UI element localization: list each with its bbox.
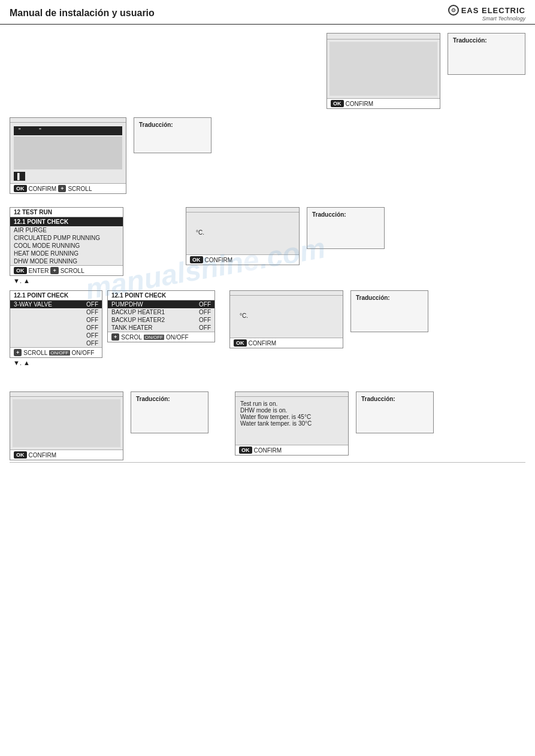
traduccion-box-1: Traducción:	[448, 33, 525, 75]
plus-badge-4: +	[14, 349, 22, 356]
menu-item-cool-mode: COOL MODE RUNNING	[10, 242, 123, 250]
menu-item-heat-mode: HEAT MODE RUNNING	[10, 250, 123, 257]
on-off-badge-left: ON/OFF	[49, 350, 69, 356]
screen-top-right: OK CONFIRM	[327, 33, 440, 109]
screen-top-right-confirm-label: CONFIRM	[346, 101, 374, 107]
screen-point-check-left: 12.1 POINT CHECK 3-WAY VALVE OFF OFF OFF…	[10, 290, 102, 358]
logo-sub: Smart Technology	[482, 16, 525, 22]
screen-confirm-scroll: " " ▌ OK CONFIRM + SCROLL	[10, 117, 126, 194]
logo-area: ⊙ EAS ELECTRIC Smart Technology	[448, 5, 525, 22]
menu-test-run: 12 TEST RUN 12.1 POINT CHECK AIR PURGE C…	[10, 207, 123, 276]
test-run-line-3: Water flow temper. is 45°C	[240, 414, 343, 420]
point-check-section: 12.1 POINT CHECK 3-WAY VALVE OFF OFF OFF…	[10, 290, 525, 366]
ok-badge-6: OK	[14, 451, 27, 459]
traduccion-label-3: Traducción:	[312, 211, 379, 218]
plus-badge-2: +	[58, 185, 66, 192]
point-check-row-4: OFF	[10, 332, 102, 339]
traduccion-box-4: Traducción:	[350, 290, 428, 332]
deg-display-2: °C.	[235, 300, 338, 321]
screen-deg-2: °C. OK CONFIRM	[229, 290, 343, 348]
menu-header-test-run: 12 TEST RUN	[10, 208, 123, 217]
page-bottom-divider	[10, 462, 525, 463]
confirm-label-5: CONFIRM	[29, 452, 57, 459]
point-check-row-2: OFF	[10, 316, 102, 324]
test-run-info-inner: Test run is on. DHW mode is on. Water fl…	[235, 397, 348, 445]
screen-bottom-left-footer: OK CONFIRM	[10, 450, 123, 460]
confirm-label-2: CONFIRM	[29, 186, 57, 192]
point-check-footer-left: + SCROLL ON/OFF ON/OFF	[10, 347, 102, 357]
traduccion-label-6: Traducción:	[361, 396, 428, 402]
row-tank-heater: TANK HEATER OFF	[108, 324, 214, 332]
test-run-line-4: Water tank temper. is 30°C	[240, 420, 343, 427]
page-content: manualshine.com OK CONFIRM Traducción: "	[0, 25, 535, 470]
test-run-line-1: Test run is on.	[240, 400, 343, 407]
traduccion-box-3: Traducción:	[307, 207, 385, 249]
test-run-line-2: DHW mode is on.	[240, 407, 343, 414]
menu-item-circ-pump: CIRCULATED PUMP RUNNING	[10, 234, 123, 242]
point-check-row-3: OFF	[10, 324, 102, 332]
screen-deg-inner-1: °C.	[186, 212, 299, 254]
test-run-section: 12 TEST RUN 12.1 POINT CHECK AIR PURGE C…	[10, 207, 525, 284]
arrows-label-1: ▼. ▲	[13, 277, 525, 284]
deg-display-1: °C.	[191, 217, 294, 238]
page-title: Manual de instalación y usuario	[10, 8, 155, 19]
traduccion-box-6: Traducción:	[356, 391, 434, 433]
ok-badge-5: OK	[234, 339, 247, 347]
screen-top-right-footer: OK CONFIRM	[327, 98, 440, 108]
screen-point-check-right: 12.1 POINT CHECK PUMPDHW OFF BACKUP HEAT…	[107, 290, 215, 342]
ok-badge-enter: OK	[14, 267, 27, 274]
menu-item-point-check: 12.1 POINT CHECK	[10, 217, 123, 226]
confirm-label-4: CONFIRM	[249, 340, 277, 347]
ok-badge: OK	[331, 100, 344, 107]
confirm-label-6: CONFIRM	[254, 447, 282, 454]
page-header: Manual de instalación y usuario ⊙ EAS EL…	[0, 0, 535, 25]
plus-badge-5: +	[111, 333, 119, 341]
screen-bottom-left: OK CONFIRM	[10, 391, 123, 460]
screen-test-run-footer: OK CONFIRM	[235, 445, 348, 455]
enter-label: ENTER	[29, 268, 49, 274]
section5: OK CONFIRM Traducción: Test run is on. D…	[10, 391, 525, 460]
ok-badge-4: OK	[190, 256, 203, 263]
scroll-label-3: SCROLL	[61, 268, 84, 274]
logo-brand: EAS ELECTRIC	[461, 6, 525, 15]
screen-deg-footer-2: OK CONFIRM	[230, 338, 343, 348]
screen-deg-1: °C. OK CONFIRM	[186, 207, 300, 265]
plus-badge-3: +	[50, 267, 58, 274]
section4-right: °C. OK CONFIRM Traducción:	[229, 290, 428, 348]
menu-item-dhw-mode: DHW MODE RUNNING	[10, 257, 123, 265]
row-backup1: BACKUP HEATER1 OFF	[108, 308, 214, 316]
scroll-label-4: SCROLL	[23, 350, 47, 356]
point-check-header-right: 12.1 POINT CHECK	[108, 291, 214, 300]
section3-right: °C. OK CONFIRM Traducción:	[186, 207, 385, 265]
section5-left: OK CONFIRM Traducción:	[10, 391, 208, 460]
point-check-row-5: OFF	[10, 339, 102, 347]
row-3way-valve: 3-WAY VALVE OFF	[10, 300, 102, 308]
screen-deg-inner-2: °C.	[230, 296, 343, 338]
traduccion-box-5: Traducción:	[131, 391, 208, 433]
screen-confirm-scroll-footer: OK CONFIRM + SCROLL	[10, 183, 126, 193]
row-backup2: BACKUP HEATER2 OFF	[108, 316, 214, 324]
black-bottom-bar: ▌	[14, 172, 25, 181]
menu-item-air-purge: AIR PURGE	[10, 226, 123, 234]
scroll-label-2: SCROLL	[68, 186, 92, 192]
traduccion-label-5: Traducción:	[136, 396, 203, 402]
section5-right: Test run is on. DHW mode is on. Water fl…	[235, 391, 434, 456]
row-pumpdhw: PUMPDHW OFF	[108, 300, 214, 308]
menu-footer-test-run: OK ENTER + SCROLL	[10, 265, 123, 275]
screen-deg-footer-1: OK CONFIRM	[186, 254, 299, 265]
traduccion-label-1: Traducción:	[453, 37, 520, 44]
traduccion-label-4: Traducción:	[356, 294, 423, 301]
onoff-label-left: ON/OFF	[72, 350, 95, 356]
point-check-header-left: 12.1 POINT CHECK	[10, 291, 102, 300]
arrows-label-2: ▼. ▲	[13, 359, 525, 366]
traduccion-label-2: Traducción:	[139, 122, 206, 128]
scroll-label-5: SCROL	[121, 334, 141, 341]
onoff-label-right: ON/OFF	[166, 334, 189, 341]
traduccion-box-2: Traducción:	[134, 117, 211, 153]
black-bar-inner: " "	[14, 126, 122, 135]
confirm-label-3: CONFIRM	[205, 257, 233, 263]
point-check-footer-right: + SCROL ON/OFF ON/OFF	[108, 332, 214, 342]
on-off-badge-right: ON/OFF	[144, 335, 164, 340]
point-check-row-1: OFF	[10, 308, 102, 316]
ok-badge-7: OK	[239, 447, 252, 454]
